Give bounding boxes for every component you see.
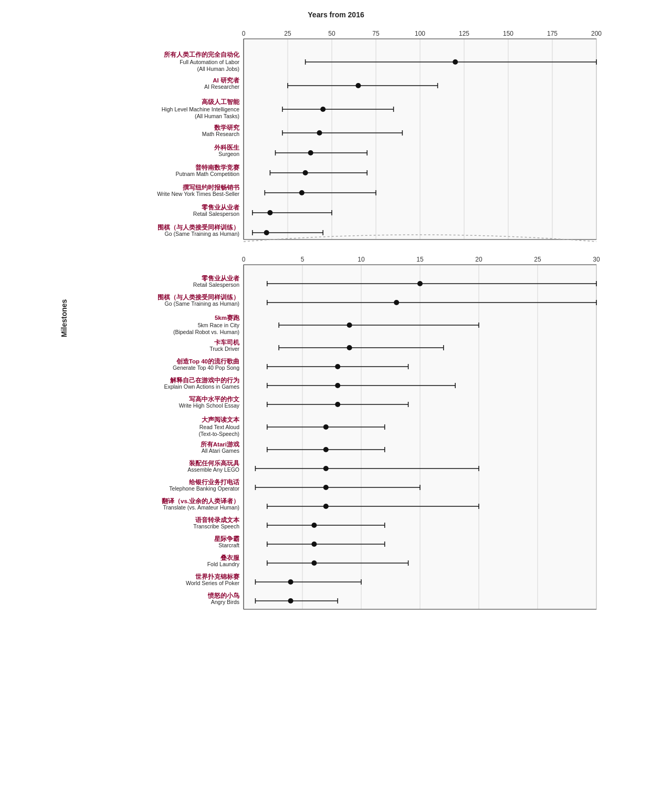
svg-text:Math Research: Math Research [202, 131, 239, 137]
svg-point-199 [288, 598, 293, 603]
svg-text:Full Automation of Labor: Full Automation of Labor [180, 59, 239, 65]
svg-point-101 [417, 281, 423, 286]
svg-point-114 [347, 322, 352, 328]
svg-text:数学研究: 数学研究 [214, 124, 239, 131]
svg-point-187 [311, 560, 317, 566]
svg-point-65 [299, 190, 304, 195]
svg-text:25: 25 [534, 256, 541, 263]
svg-text:给银行业务打电话: 给银行业务打电话 [188, 478, 240, 485]
svg-text:(All Human Tasks): (All Human Tasks) [195, 113, 239, 119]
svg-point-120 [347, 345, 352, 350]
svg-point-132 [335, 383, 340, 388]
svg-text:解释自己在游戏中的行为: 解释自己在游戏中的行为 [170, 377, 239, 383]
svg-text:World Series of Poker: World Series of Poker [186, 580, 239, 586]
chart-title: Years from 2016 [58, 11, 614, 19]
svg-text:Starcraft: Starcraft [218, 542, 239, 548]
svg-text:5km赛跑: 5km赛跑 [215, 314, 240, 321]
svg-text:175: 175 [547, 30, 558, 37]
svg-text:200: 200 [591, 30, 602, 37]
svg-text:翻译（vs.业余的人类译者）: 翻译（vs.业余的人类译者） [161, 497, 239, 505]
svg-text:Angry Birds: Angry Birds [211, 599, 239, 605]
svg-text:5km Race in City: 5km Race in City [198, 322, 240, 328]
chart-wrapper: Milestones 0255075100125150175200所有人类工作的… [58, 20, 614, 617]
svg-point-107 [394, 300, 399, 305]
y-axis-label: Milestones [58, 20, 70, 617]
svg-text:(All Human Jobs): (All Human Jobs) [197, 66, 239, 72]
svg-text:100: 100 [415, 30, 425, 37]
svg-text:0: 0 [242, 30, 246, 37]
svg-text:Truck Driver: Truck Driver [209, 346, 239, 352]
svg-text:(Bipedal Robot vs. Human): (Bipedal Robot vs. Human) [173, 329, 239, 335]
svg-text:5: 5 [301, 256, 304, 263]
svg-text:创造Top 40的流行歌曲: 创造Top 40的流行歌曲 [176, 358, 239, 365]
svg-point-145 [323, 424, 329, 430]
svg-point-28 [453, 59, 458, 65]
svg-text:围棋（与人类接受同样训练）: 围棋（与人类接受同样训练） [158, 294, 239, 301]
svg-text:Retail Salesperson: Retail Salesperson [193, 282, 239, 288]
svg-text:语音转录成文本: 语音转录成文本 [195, 516, 240, 523]
svg-text:围棋（与人类接受同样训练）: 围棋（与人类接受同样训练） [158, 224, 239, 231]
bottom-chart-svg: 051015202530零售业从业者Retail Salesperson围棋（与… [72, 246, 614, 615]
svg-point-41 [320, 107, 326, 112]
svg-text:卡车司机: 卡车司机 [214, 339, 240, 346]
svg-point-138 [335, 402, 340, 407]
svg-point-77 [264, 230, 269, 235]
svg-text:普特南数学竞赛: 普特南数学竞赛 [195, 164, 240, 171]
svg-text:星际争霸: 星际争霸 [214, 535, 239, 542]
svg-text:装配任何乐高玩具: 装配任何乐高玩具 [189, 460, 240, 466]
svg-text:零售业从业者: 零售业从业者 [202, 275, 240, 282]
svg-text:Fold Laundry: Fold Laundry [207, 561, 240, 567]
svg-text:(Text-to-Speech): (Text-to-Speech) [198, 431, 239, 437]
svg-point-157 [323, 466, 329, 471]
svg-text:所有Atari游戏: 所有Atari游戏 [200, 441, 239, 447]
svg-text:Read Text Aloud: Read Text Aloud [200, 424, 239, 430]
svg-text:Translate (vs. Amateur Human): Translate (vs. Amateur Human) [163, 504, 240, 511]
svg-text:愤怒的小鸟: 愤怒的小鸟 [207, 592, 239, 599]
svg-point-193 [288, 579, 293, 585]
svg-text:高级人工智能: 高级人工智能 [202, 98, 240, 105]
svg-text:大声阅读文本: 大声阅读文本 [201, 416, 240, 423]
svg-point-181 [311, 542, 317, 547]
chart-container: Years from 2016 Milestones 0255075100125… [58, 11, 614, 617]
svg-text:Surgeon: Surgeon [218, 151, 239, 157]
svg-text:All Atari Games: All Atari Games [202, 447, 239, 454]
svg-point-34 [355, 83, 361, 88]
svg-text:High Level Machine Intelligenc: High Level Machine Intelligence [162, 106, 239, 112]
svg-text:Generate Top 40 Pop Song: Generate Top 40 Pop Song [173, 365, 239, 371]
svg-text:0: 0 [242, 256, 246, 263]
svg-text:Write High School Essay: Write High School Essay [179, 402, 240, 409]
charts-area: 0255075100125150175200所有人类工作的完全自动化Full A… [72, 20, 614, 617]
svg-text:写高中水平的作文: 写高中水平的作文 [189, 396, 239, 402]
svg-point-151 [323, 447, 329, 452]
svg-text:20: 20 [475, 256, 482, 263]
svg-text:零售业从业者: 零售业从业者 [202, 204, 240, 211]
svg-text:15: 15 [416, 256, 424, 263]
svg-point-47 [317, 130, 322, 136]
svg-point-163 [323, 485, 329, 490]
svg-text:125: 125 [459, 30, 469, 37]
svg-text:Assemble Any LEGO: Assemble Any LEGO [187, 466, 239, 473]
svg-text:AI Researcher: AI Researcher [204, 84, 240, 90]
svg-text:75: 75 [372, 30, 380, 37]
svg-text:Telephone Banking Operator: Telephone Banking Operator [169, 485, 239, 492]
svg-text:Go (Same Training as Human): Go (Same Training as Human) [165, 231, 239, 237]
svg-point-126 [335, 364, 340, 369]
svg-text:25: 25 [284, 30, 291, 37]
top-chart-svg: 0255075100125150175200所有人类工作的完全自动化Full A… [72, 20, 614, 244]
svg-point-59 [303, 170, 308, 175]
svg-text:外科医生: 外科医生 [214, 144, 239, 151]
svg-text:Go (Same Training as Human): Go (Same Training as Human) [165, 300, 239, 307]
svg-text:Transcribe Speech: Transcribe Speech [193, 523, 239, 529]
svg-text:Write New York Times Best-Sell: Write New York Times Best-Seller [157, 191, 239, 197]
svg-text:150: 150 [503, 30, 513, 37]
svg-point-71 [267, 210, 272, 215]
svg-point-175 [311, 523, 317, 528]
svg-text:所有人类工作的完全自动化: 所有人类工作的完全自动化 [163, 51, 240, 58]
svg-text:撰写纽约时报畅销书: 撰写纽约时报畅销书 [182, 184, 239, 191]
svg-text:50: 50 [328, 30, 335, 37]
chart-title-text: Years from 2016 [308, 11, 364, 19]
svg-point-53 [308, 150, 313, 155]
svg-text:叠衣服: 叠衣服 [220, 554, 240, 561]
svg-text:世界扑克锦标赛: 世界扑克锦标赛 [195, 573, 240, 580]
svg-text:30: 30 [593, 256, 600, 263]
